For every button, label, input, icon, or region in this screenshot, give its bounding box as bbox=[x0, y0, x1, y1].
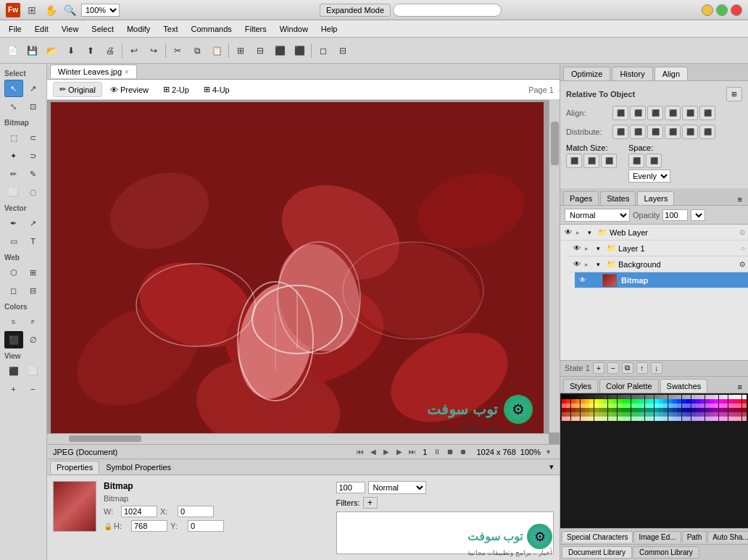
pen-tool[interactable]: ✒ bbox=[4, 214, 23, 232]
move-down-btn[interactable]: ↓ bbox=[651, 362, 662, 374]
color-swatch[interactable] bbox=[686, 417, 691, 421]
layer-item-bitmap[interactable]: 👁 Bitmap bbox=[575, 272, 748, 288]
doc-tab-winter-leaves[interactable]: Winter Leaves.jpg × bbox=[50, 64, 137, 78]
color-swatch[interactable] bbox=[649, 417, 654, 421]
space-select[interactable]: Evenly bbox=[628, 170, 670, 183]
color-swatch[interactable] bbox=[636, 417, 640, 421]
horizontal-scrollbar[interactable] bbox=[47, 433, 549, 444]
group-btn[interactable]: ⊞ bbox=[231, 41, 250, 60]
menu-window[interactable]: Window bbox=[274, 22, 314, 35]
color-swatch[interactable] bbox=[691, 417, 696, 421]
show-slices-btn[interactable]: ⊟ bbox=[24, 282, 43, 299]
color-swatch[interactable] bbox=[659, 417, 663, 421]
dist-center-h-btn[interactable]: ⬛ bbox=[630, 125, 646, 139]
nav-play[interactable]: ▶ bbox=[381, 446, 392, 458]
marquee-tool[interactable]: ⬚ bbox=[4, 129, 23, 146]
menu-edit[interactable]: Edit bbox=[29, 22, 54, 35]
eraser-tool[interactable]: ⬜ bbox=[4, 183, 23, 201]
dist-center-v-btn[interactable]: ⬛ bbox=[682, 125, 698, 139]
text-tool[interactable]: T bbox=[24, 233, 43, 250]
eye-icon-background[interactable]: 👁 bbox=[572, 259, 582, 269]
dist-left-btn[interactable]: ⬛ bbox=[665, 125, 681, 139]
opacity-input[interactable] bbox=[336, 482, 365, 493]
import-btn[interactable]: ⬇ bbox=[62, 41, 80, 60]
rectangle-tool[interactable]: ▭ bbox=[4, 233, 23, 250]
expand-background[interactable]: ▾ bbox=[597, 261, 604, 268]
dist-bottom-btn[interactable]: ⬛ bbox=[647, 125, 663, 139]
layers-panel-menu[interactable]: ≡ bbox=[735, 193, 745, 205]
color-swatch[interactable] bbox=[696, 417, 700, 421]
tab-align[interactable]: Align bbox=[654, 67, 688, 80]
swap-colors-btn[interactable]: ⬛ bbox=[4, 331, 23, 348]
ungroup-btn[interactable]: ⊟ bbox=[251, 41, 270, 60]
color-swatch[interactable] bbox=[585, 417, 589, 421]
nav-btn2[interactable]: ⏸ bbox=[431, 446, 443, 458]
view-tab-2up[interactable]: ⊞ 2-Up bbox=[157, 82, 196, 97]
export-btn[interactable]: ⬆ bbox=[81, 41, 100, 60]
blend-mode-layers-select[interactable]: NormalMultiply bbox=[565, 209, 630, 222]
color-swatch[interactable] bbox=[700, 417, 705, 421]
color-swatch[interactable] bbox=[737, 417, 741, 421]
opacity-arrow[interactable]: ▾ bbox=[691, 209, 705, 221]
color-swatch[interactable] bbox=[663, 417, 668, 421]
zoom-in-btn[interactable]: + bbox=[4, 380, 23, 398]
tab-common-library[interactable]: Common Library bbox=[633, 546, 699, 559]
color-swatch[interactable] bbox=[608, 417, 612, 421]
duplicate-state-btn[interactable]: ⧉ bbox=[622, 362, 633, 374]
color-swatch[interactable] bbox=[640, 417, 644, 421]
color-swatch[interactable] bbox=[603, 417, 607, 421]
eye-icon-layer1[interactable]: 👁 bbox=[572, 243, 582, 254]
color-swatch[interactable] bbox=[654, 417, 659, 421]
v-scroll-thumb[interactable] bbox=[551, 122, 559, 165]
color-swatch[interactable] bbox=[566, 417, 570, 421]
pencil-tool[interactable]: ✎ bbox=[24, 165, 43, 183]
color-swatch[interactable] bbox=[599, 417, 603, 421]
mode-button[interactable]: Expanded Mode bbox=[320, 4, 391, 17]
open-btn[interactable]: 📂 bbox=[42, 41, 61, 60]
new-btn[interactable]: 📄 bbox=[3, 41, 22, 60]
eye-icon-bitmap[interactable]: 👁 bbox=[578, 275, 588, 285]
color-swatch[interactable] bbox=[626, 417, 631, 421]
color-swatch[interactable] bbox=[571, 417, 575, 421]
align-left-btn[interactable]: ⬛ bbox=[612, 106, 628, 120]
color-swatch[interactable] bbox=[710, 417, 714, 421]
crop-tool[interactable]: ⊡ bbox=[24, 98, 43, 115]
align-left-btn[interactable]: ⬛ bbox=[270, 41, 289, 60]
tab-special-chars[interactable]: Special Characters bbox=[562, 531, 633, 543]
align-center-h-btn[interactable]: ⬛ bbox=[630, 106, 646, 120]
layer-options-background[interactable]: ⊙ bbox=[739, 260, 745, 268]
layer-item-layer1[interactable]: 👁 ▸ ▾ 📁 Layer 1 ○ bbox=[569, 241, 748, 256]
h-scroll-thumb[interactable] bbox=[69, 435, 141, 442]
layer-item-background[interactable]: 👁 ▸ ▾ 📁 Background ⊙ bbox=[569, 256, 748, 272]
nav-btn3[interactable]: ⏹ bbox=[444, 446, 456, 458]
align-bottom-btn[interactable]: ⬛ bbox=[699, 106, 715, 120]
rubber-band-tool[interactable]: ⊃ bbox=[24, 147, 43, 164]
space-h-btn[interactable]: ⬛ bbox=[628, 154, 644, 168]
tab-swatches[interactable]: Swatches bbox=[660, 379, 708, 393]
color-swatch[interactable] bbox=[612, 417, 617, 421]
tab-styles[interactable]: Styles bbox=[563, 379, 598, 393]
align-right-btn[interactable]: ⬛ bbox=[647, 106, 663, 120]
color-swatch[interactable] bbox=[682, 417, 686, 421]
color-swatch[interactable] bbox=[733, 417, 737, 421]
eye-icon-web[interactable]: 👁 bbox=[563, 227, 573, 238]
std-screen-btn[interactable]: ⬛ bbox=[4, 362, 23, 380]
save-btn[interactable]: 💾 bbox=[22, 41, 41, 60]
color-swatch[interactable] bbox=[622, 417, 626, 421]
relative-to-button[interactable]: ⊞ bbox=[726, 87, 742, 101]
color-swatch[interactable] bbox=[705, 417, 710, 421]
tab-layers[interactable]: Layers bbox=[637, 191, 674, 205]
align-center-v-btn[interactable]: ⬛ bbox=[682, 106, 698, 120]
maximize-button[interactable] bbox=[716, 4, 728, 16]
dist-top-btn[interactable]: ⬛ bbox=[612, 125, 628, 139]
layer-options-layer1[interactable]: ○ bbox=[741, 244, 745, 252]
menu-view[interactable]: View bbox=[56, 22, 85, 35]
view-tab-original[interactable]: ✏ Original bbox=[53, 82, 102, 97]
minimize-button[interactable] bbox=[702, 4, 713, 16]
fill-color-btn[interactable]: F bbox=[24, 313, 43, 330]
zoom-tool-icon[interactable]: 🔍 bbox=[62, 3, 77, 17]
color-swatch[interactable] bbox=[728, 417, 733, 421]
move-up-btn[interactable]: ↑ bbox=[636, 362, 648, 374]
stroke-color-btn[interactable]: S bbox=[4, 313, 23, 330]
select-tool[interactable]: ↖ bbox=[4, 80, 23, 97]
